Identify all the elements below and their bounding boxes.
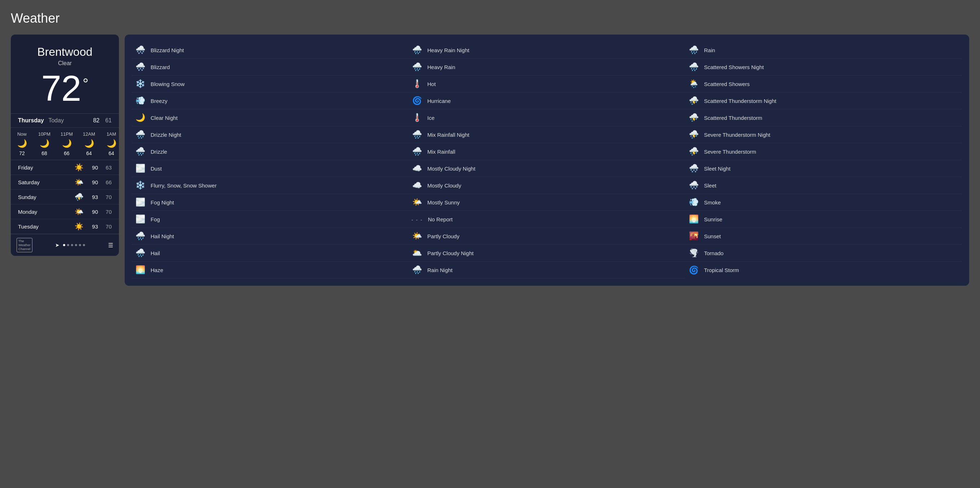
wx-icon: 🌧️ xyxy=(135,130,146,139)
icon-row: 🌧️ Drizzle xyxy=(132,143,409,160)
degree-symbol: ° xyxy=(83,76,89,92)
icon-row: 🌡️ Hot xyxy=(409,76,685,92)
daily-row: Tuesday ☀️ 93 70 xyxy=(11,219,119,234)
dot-1[interactable] xyxy=(63,244,65,246)
weather-channel-logo: TheWeatherChannel xyxy=(17,238,32,252)
wx-icon: ⛈️ xyxy=(688,96,699,105)
widget-top: Brentwood Clear 72° xyxy=(11,35,119,113)
wx-label: Mostly Cloudy xyxy=(427,182,461,189)
wx-label: Hail Night xyxy=(151,233,174,239)
today-high: 82 xyxy=(93,117,99,124)
condition-text: Clear xyxy=(18,60,112,67)
wx-icon: 🌧️ xyxy=(412,62,422,71)
today-day: Thursday xyxy=(18,117,44,124)
wx-icon: 🌧️ xyxy=(688,45,699,55)
icon-row: 🌧️ Rain Night xyxy=(409,261,685,279)
wx-icon: 🌫️ xyxy=(135,214,146,224)
wx-icon: 🌦️ xyxy=(688,79,699,89)
wx-icon: 🌨️ xyxy=(135,45,146,55)
hourly-strip: Now 🌙 72 10PM 🌙 68 11PM 🌙 66 12AM 🌙 64 1… xyxy=(11,127,119,160)
dot-3[interactable] xyxy=(71,244,73,246)
daily-day: Sunday xyxy=(18,194,75,200)
wx-label: Haze xyxy=(151,267,163,273)
weather-widget: Brentwood Clear 72° Thursday Today 82 61… xyxy=(11,35,119,256)
wx-label: Sleet xyxy=(704,182,716,189)
daily-icon: 🌤️ xyxy=(75,178,84,186)
icon-row: ❄️ Blowing Snow xyxy=(132,76,409,92)
wx-label: Sunset xyxy=(704,233,721,239)
dot-5[interactable] xyxy=(79,244,81,246)
hour-label: Now xyxy=(17,132,27,137)
wx-label: Partly Cloudy Night xyxy=(427,250,473,256)
wx-icon: 🌧️ xyxy=(135,248,146,258)
hour-icon: 🌙 xyxy=(107,139,116,148)
wx-label: Sleet Night xyxy=(704,166,730,172)
icon-row: 💨 Breezy xyxy=(132,92,409,109)
list-icon[interactable]: ☰ xyxy=(108,242,113,249)
wx-icon: 🌫️ xyxy=(135,164,146,173)
icon-row: 🌧️ Drizzle Night xyxy=(132,126,409,143)
daily-row: Monday 🌤️ 90 70 xyxy=(11,204,119,219)
icon-row: 🌅 Sunrise xyxy=(685,211,962,228)
wx-label: Drizzle xyxy=(151,149,167,155)
daily-high: 90 xyxy=(88,209,98,215)
icon-row: 🌫️ Fog Night xyxy=(132,194,409,211)
hour-icon: 🌙 xyxy=(62,139,72,148)
wx-label: Ice xyxy=(427,115,434,121)
hour-item: 1AM 🌙 64 xyxy=(100,132,119,156)
wx-icon: 🌅 xyxy=(688,214,699,224)
wx-label: Blizzard xyxy=(151,64,170,70)
dot-6[interactable] xyxy=(83,244,85,246)
hour-temp: 64 xyxy=(86,151,92,156)
icons-panel: 🌨️ Blizzard Night 🌧️ Heavy Rain Night 🌧️… xyxy=(125,35,969,286)
wx-icon: 🌧️ xyxy=(412,147,422,156)
hour-temp: 72 xyxy=(19,151,25,156)
icon-row: ⛈️ Scattered Thunderstorm Night xyxy=(685,92,962,109)
wx-label: Mix Rainfall Night xyxy=(427,132,469,138)
wx-label: Tornado xyxy=(704,250,724,256)
daily-day: Monday xyxy=(18,209,75,215)
wx-icon: 💨 xyxy=(135,96,146,105)
daily-low: 70 xyxy=(102,194,112,200)
icon-row: 🌀 Hurricane xyxy=(409,92,685,109)
daily-day: Saturday xyxy=(18,179,75,185)
location-icon[interactable]: ➤ xyxy=(55,242,59,248)
daily-day: Friday xyxy=(18,165,75,171)
icon-row: ⛈️ Severe Thunderstorm xyxy=(685,143,962,160)
daily-icon: 🌤️ xyxy=(75,207,84,216)
icon-row: 🌨️ Sleet xyxy=(685,177,962,194)
wx-icon: ☁️ xyxy=(412,181,422,190)
wx-label: Mostly Cloudy Night xyxy=(427,166,475,172)
wx-label: Scattered Showers Night xyxy=(704,64,764,70)
daily-row: Friday ☀️ 90 63 xyxy=(11,160,119,175)
today-low: 61 xyxy=(105,117,112,124)
icon-row: ❄️ Flurry, Snow, Snow Shower xyxy=(132,177,409,194)
daily-icon: ☀️ xyxy=(75,222,84,231)
daily-low: 63 xyxy=(102,165,112,171)
wx-label: Rain xyxy=(704,47,715,53)
wx-label: Rain Night xyxy=(427,267,453,273)
dot-4[interactable] xyxy=(75,244,77,246)
hour-label: 11PM xyxy=(60,132,73,137)
daily-day: Tuesday xyxy=(18,223,75,230)
hour-label: 10PM xyxy=(38,132,51,137)
hour-icon: 🌙 xyxy=(17,139,27,148)
icon-row: 🌧️ Rain xyxy=(685,42,962,59)
wx-icon: 🌤️ xyxy=(412,231,422,241)
temperature-display: 72° xyxy=(41,70,88,106)
wx-label: Sunrise xyxy=(704,216,722,222)
daily-icon: ⛈️ xyxy=(75,193,84,201)
wx-label: Hail xyxy=(151,250,160,256)
hour-temp: 68 xyxy=(41,151,47,156)
icon-row: 🌧️ Scattered Showers Night xyxy=(685,59,962,76)
wx-icon: 🌇 xyxy=(688,231,699,241)
icon-row: 🌨️ Blizzard xyxy=(132,59,409,76)
daily-high: 90 xyxy=(88,165,98,171)
wx-icon: ⛈️ xyxy=(688,147,699,156)
hour-item: 12AM 🌙 64 xyxy=(78,132,100,156)
wx-label: Mostly Sunny xyxy=(427,200,460,206)
wx-icon: 🌪️ xyxy=(688,248,699,258)
daily-high: 90 xyxy=(88,179,98,185)
dot-2[interactable] xyxy=(67,244,69,246)
wx-icon: 🌨️ xyxy=(135,62,146,71)
